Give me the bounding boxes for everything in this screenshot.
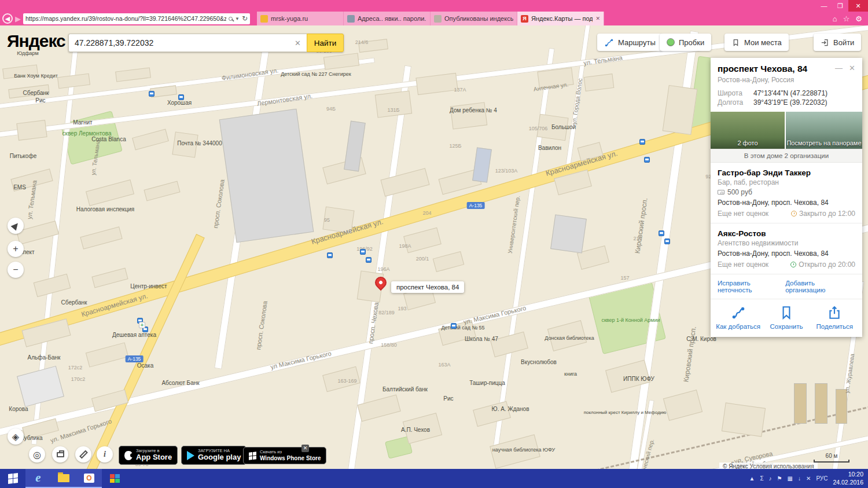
poi-label: ИППК ЮФУ	[623, 376, 654, 382]
poi-label: Хорошая	[167, 100, 192, 106]
geolocation-button[interactable]	[8, 218, 24, 234]
clear-search-icon[interactable]: ✕	[295, 39, 301, 47]
traffic-button[interactable]: Пробки	[660, 34, 711, 51]
tray-flag-icon[interactable]: ⚑	[777, 475, 782, 482]
building-number: 172с2	[68, 365, 83, 370]
zoom-in-button[interactable]: +	[8, 241, 24, 257]
browser-tab[interactable]: Опубликованы индексы на 1 ...	[431, 12, 517, 25]
browser-tab-active[interactable]: Я Яндекс.Карты — подробна... ✕	[517, 12, 604, 25]
scale-bar	[814, 460, 849, 463]
layers-button[interactable]: ◈	[8, 428, 24, 445]
taskbar-app-button[interactable]: O	[76, 469, 102, 488]
taskbar-clock[interactable]: 10:20 24.02.2016	[833, 471, 863, 486]
login-icon	[821, 38, 829, 47]
taskbar-ie-button[interactable]: e	[25, 469, 51, 488]
org-name[interactable]: Аякс-Ростов	[718, 229, 855, 238]
terms-link[interactable]: Условия использования	[750, 463, 814, 469]
bus-stop-icon[interactable]	[451, 323, 457, 329]
browser-titlebar: — ❐ ✕	[0, 0, 868, 12]
tray-network-icon[interactable]: ▦	[788, 475, 793, 482]
browser-forward-button[interactable]: ▶	[15, 14, 21, 23]
tab-close-icon[interactable]: ✕	[595, 16, 600, 21]
add-organization-link[interactable]: Добавить организацию	[785, 280, 855, 293]
directions-button[interactable]: Как добраться	[714, 305, 762, 330]
bus-stop-icon[interactable]	[639, 139, 645, 145]
ruler-button[interactable]	[75, 446, 91, 463]
poi-label: Центр-инвест	[130, 283, 167, 289]
share-button[interactable]: Поделиться	[811, 305, 859, 330]
browser-tab[interactable]: Адреса.. явки.. пароли.. - Фор...	[344, 12, 431, 25]
refresh-icon[interactable]: ↻	[242, 14, 248, 23]
building	[415, 73, 458, 95]
bus-stop-icon[interactable]	[644, 157, 650, 163]
road-universitetsky	[492, 48, 554, 450]
taskbar-app2-button[interactable]	[102, 469, 127, 488]
map-pin-label[interactable]: проспект Чехова, 84	[391, 281, 464, 293]
search-icon[interactable]	[229, 17, 233, 21]
print-button[interactable]	[52, 446, 68, 463]
photos-thumbnail[interactable]: 2 фото	[711, 112, 785, 149]
window-maximize-button[interactable]: ❐	[832, 0, 848, 12]
poi-label: Большой	[551, 124, 576, 130]
login-button[interactable]: Войти	[814, 34, 861, 51]
tray-volume-icon[interactable]: ♪	[769, 475, 772, 482]
bus-stop-icon[interactable]	[327, 252, 333, 258]
building-number: 125Б	[450, 143, 462, 149]
tray-expand-icon[interactable]: ▲	[749, 475, 755, 482]
window-close-button[interactable]: ✕	[848, 0, 868, 12]
my-places-button[interactable]: Мои места	[724, 34, 789, 51]
tray-download-icon[interactable]: ↓	[798, 475, 801, 482]
routes-icon	[604, 38, 614, 47]
save-button[interactable]: Сохранить	[762, 305, 810, 330]
colored-grid-icon	[110, 474, 120, 483]
info-button[interactable]: i	[97, 446, 113, 463]
pharmacy-icon[interactable]: +	[139, 322, 145, 328]
window-minimize-button[interactable]: —	[816, 0, 832, 12]
tray-sync-icon[interactable]: Σ	[760, 475, 763, 482]
panorama-thumbnail[interactable]: Посмотреть на панораме	[786, 112, 862, 149]
bus-stop-icon[interactable]	[366, 257, 372, 263]
windows-store-badge[interactable]: Скачать изWindows Phone Store	[243, 447, 326, 464]
start-button[interactable]	[0, 469, 25, 488]
googleplay-badge[interactable]: ЗАГРУЗИТЕ НАGoogle play	[181, 446, 247, 465]
panel-close-icon[interactable]: ✕	[849, 64, 855, 72]
bus-stop-icon[interactable]	[664, 239, 670, 244]
map-scale: 60 м	[814, 453, 849, 463]
street-label: Филимоновская ул.	[221, 67, 279, 82]
bus-stop-icon[interactable]	[360, 249, 366, 255]
clock-icon	[791, 211, 797, 217]
traffic-light-icon	[667, 38, 675, 46]
url-text: https://maps.yandex.ru/39/rostov-na-donu…	[25, 15, 226, 22]
home-icon[interactable]: ⌂	[833, 14, 837, 23]
badges-close-icon[interactable]: ✕	[301, 445, 309, 452]
binoculars-button[interactable]: ◎	[29, 446, 45, 463]
tray-close-icon[interactable]: ✕	[806, 475, 811, 482]
fix-inaccuracy-link[interactable]: Исправить неточность	[718, 280, 785, 293]
poi-label: Вкуснолюбов	[521, 359, 557, 365]
favorites-star-icon[interactable]: ☆	[843, 14, 850, 23]
bus-stop-icon[interactable]	[178, 94, 184, 100]
chevron-down-icon[interactable]: ▼	[235, 16, 240, 21]
building-number: 82/189	[378, 310, 395, 315]
routes-button[interactable]: Маршруты	[597, 34, 663, 51]
poi-label: Магнит	[73, 119, 92, 126]
taskbar-explorer-button[interactable]	[51, 469, 76, 488]
org-name[interactable]: Гастро-бар Энди Таккер	[718, 168, 855, 177]
panel-minimize-icon[interactable]: —	[835, 64, 843, 72]
street-label: ул. Города Волос	[571, 78, 583, 125]
zoom-out-button[interactable]: −	[8, 262, 24, 278]
yandex-logo[interactable]: Яндекс	[7, 31, 65, 51]
find-button[interactable]: Найти	[307, 34, 344, 52]
poi-label: научная библиотека ЮФУ	[492, 447, 555, 453]
building	[722, 402, 766, 436]
bus-stop-icon[interactable]	[149, 91, 155, 97]
search-input[interactable]: 47.228871,39.722032 ✕	[68, 34, 307, 52]
appstore-badge[interactable]: Загрузите вApp Store	[119, 446, 178, 465]
browser-back-button[interactable]: ◀	[2, 13, 13, 24]
bus-stop-icon[interactable]	[659, 230, 664, 236]
street-label: Лермонтовская ул.	[256, 92, 312, 107]
browser-tab[interactable]: mrsk-yuga.ru	[257, 12, 344, 25]
language-indicator[interactable]: РУС	[816, 475, 827, 482]
settings-gear-icon[interactable]: ⚙	[855, 14, 862, 23]
address-bar[interactable]: https://maps.yandex.ru/39/rostov-na-donu…	[23, 13, 250, 24]
